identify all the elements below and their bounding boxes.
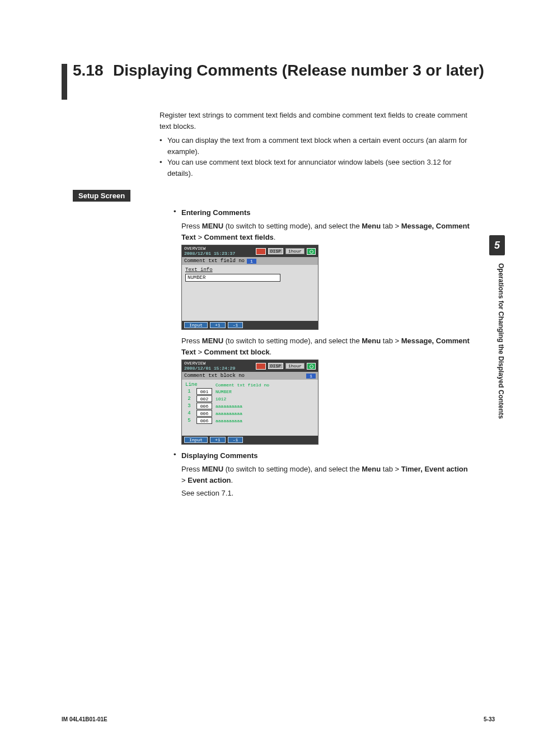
intro-bullet-list: You can display the text from a comment … <box>160 135 472 179</box>
entering-comments-heading-row: Entering Comments <box>174 207 472 217</box>
hour-indicator: 1hour <box>285 248 305 254</box>
row-value: aaaaaaaaaa <box>216 404 242 409</box>
text: . <box>274 233 276 241</box>
row-value: 1012 <box>216 396 226 402</box>
see-section-text: See section 7.1. <box>181 489 233 497</box>
input-button: Input <box>184 322 208 328</box>
page-footer: IM 04L41B01-01E 5-33 <box>62 716 495 722</box>
text: tab > <box>381 465 401 473</box>
menu-key: MENU <box>202 465 223 473</box>
menu-tab: Menu <box>362 337 381 345</box>
title-bar <box>62 64 67 100</box>
mock-titlebar-label: Comment txt field no <box>184 258 245 264</box>
hour-indicator: 1hour <box>285 363 305 369</box>
text-info-label: Text info <box>185 267 315 273</box>
path-comment-txt-block: Comment txt block <box>204 348 270 356</box>
row-fieldno: 006 <box>196 410 212 417</box>
text: . <box>270 348 272 356</box>
chapter-side-label: Operations for Changing the Displayed Co… <box>489 263 505 465</box>
section-heading: Displaying Comments (Release number 3 or… <box>113 62 484 80</box>
text: > <box>181 476 188 484</box>
row-line: 4 <box>185 410 193 416</box>
mock2-body: Line Comment txt field no 1 001 NUMBER 2… <box>182 380 318 436</box>
screenshot-comment-text-field: OVERVIEW 2008/12/01 15:23:37 DISP 1hour … <box>174 245 472 330</box>
text: tab > <box>381 222 401 230</box>
field-no-value: 1 <box>247 259 256 264</box>
displaying-step: Press MENU (to switch to setting mode), … <box>174 464 472 486</box>
mock-footer: Input +1 -1 <box>182 321 318 329</box>
path-event-action: Event action <box>188 476 231 484</box>
block-no-value: 1 <box>306 374 316 379</box>
input-button: Input <box>184 437 208 443</box>
section-title: 5.18 Displaying Comments (Release number… <box>62 62 495 100</box>
row-line: 2 <box>185 396 193 402</box>
text: tab > <box>381 337 401 345</box>
see-section: See section 7.1. <box>174 488 472 499</box>
text: (to switch to setting mode), and select … <box>223 465 362 473</box>
table-row: 5 006 aaaaaaaaaa <box>185 417 315 424</box>
row-fieldno: 006 <box>196 403 212 409</box>
text: . <box>231 476 233 484</box>
intro-bullet: You can use comment text block text for … <box>160 157 472 179</box>
table-row: 2 002 1012 <box>185 395 315 402</box>
text: Press <box>181 222 202 230</box>
mock2-header: OVERVIEW 2008/12/01 15:24:29 DISP 1hour <box>182 360 318 372</box>
mock2-titlebar-label: Comment txt block no <box>184 373 245 379</box>
mock-datetime: 2008/12/01 15:23:37 <box>184 251 254 256</box>
text: > <box>196 348 204 356</box>
entering-comments-heading: Entering Comments <box>181 208 251 217</box>
footer-right: 5-33 <box>484 716 495 722</box>
text: Press <box>181 337 202 345</box>
entering-step-1: Press MENU (to switch to setting mode), … <box>174 221 472 242</box>
text: Press <box>181 465 202 473</box>
row-value: NUMBER <box>216 389 232 394</box>
record-icon <box>256 363 266 370</box>
row-value: aaaaaaaaaa <box>216 418 242 423</box>
row-line: 1 <box>185 389 193 394</box>
section-number: 5.18 <box>73 62 107 80</box>
mock-header: OVERVIEW 2008/12/01 15:23:37 DISP 1hour <box>182 245 318 257</box>
table-row: 3 006 aaaaaaaaaa <box>185 403 315 409</box>
row-value: aaaaaaaaaa <box>216 411 242 416</box>
entering-step-2: Press MENU (to switch to setting mode), … <box>174 335 472 357</box>
chapter-tab: 5 <box>489 235 505 255</box>
displaying-comments-heading-row: Displaying Comments <box>174 450 472 460</box>
table-row: 4 006 aaaaaaaaaa <box>185 410 315 417</box>
menu-tab: Menu <box>362 465 381 473</box>
camera-icon <box>307 363 316 370</box>
mock-body: Text info NUMBER <box>182 265 318 321</box>
row-fieldno: 006 <box>196 417 212 424</box>
intro-text: Register text strings to comment text fi… <box>160 110 472 132</box>
mock-overview: OVERVIEW <box>184 246 254 251</box>
text-info-input: NUMBER <box>185 274 280 282</box>
mock2-titlebar: Comment txt block no 1 <box>182 372 318 380</box>
disp-button: DISP <box>268 363 283 369</box>
mock-titlebar: Comment txt field no 1 <box>182 257 318 265</box>
table-row: 1 001 NUMBER <box>185 388 315 395</box>
row-fieldno: 002 <box>196 395 212 402</box>
minus-button: -1 <box>228 437 243 443</box>
displaying-comments-heading: Displaying Comments <box>181 451 258 460</box>
mock2-footer: Input +1 -1 <box>182 436 318 444</box>
camera-icon <box>307 248 316 255</box>
path-comment-text-fields: Comment text fields <box>204 233 274 241</box>
mock-overview: OVERVIEW <box>184 361 254 366</box>
col-line-header: Line <box>185 382 193 388</box>
menu-tab: Menu <box>362 222 381 230</box>
row-line: 3 <box>185 403 193 409</box>
text: > <box>196 233 204 241</box>
menu-key: MENU <box>202 337 223 345</box>
path-timer-event-action: Timer, Event action <box>401 465 468 473</box>
menu-key: MENU <box>202 222 223 230</box>
setup-screen-label: Setup Screen <box>73 190 130 202</box>
row-line: 5 <box>185 418 193 423</box>
disp-button: DISP <box>268 248 283 254</box>
text: (to switch to setting mode), and select … <box>223 222 362 230</box>
screenshot-comment-txt-block: OVERVIEW 2008/12/01 15:24:29 DISP 1hour … <box>174 360 472 445</box>
row-fieldno: 001 <box>196 388 212 395</box>
minus-button: -1 <box>228 322 243 328</box>
col-fieldno-header: Comment txt field no <box>216 382 269 388</box>
plus-button: +1 <box>210 437 226 443</box>
footer-left: IM 04L41B01-01E <box>62 716 107 722</box>
intro-bullet: You can display the text from a comment … <box>160 135 472 157</box>
